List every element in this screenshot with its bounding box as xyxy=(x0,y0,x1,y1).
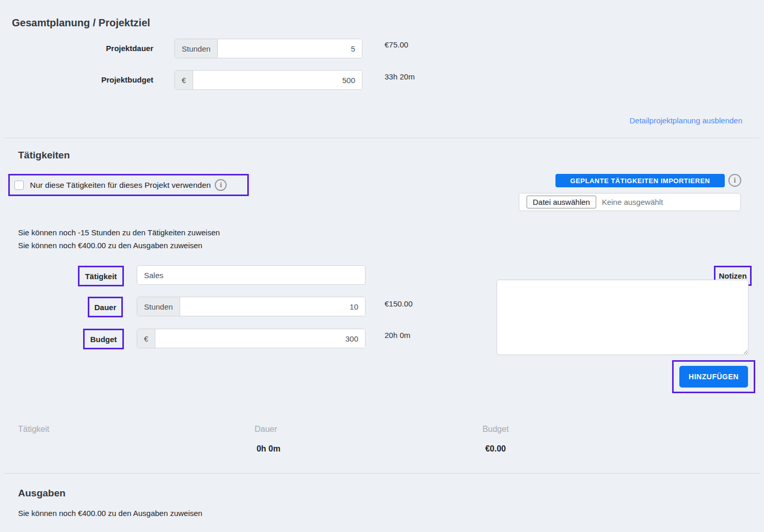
budget-input-group: € xyxy=(137,329,365,348)
table-total-dauer: 0h 0m xyxy=(217,444,320,454)
only-these-activities-label: Nur diese Tätigkeiten für dieses Projekt… xyxy=(30,181,211,190)
taetigkeit-label: Tätigkeit xyxy=(85,272,117,281)
project-planning-page: { "colors": { "background": "#edf0f5", "… xyxy=(0,0,764,532)
projektdauer-computed-value: €75.00 xyxy=(385,40,408,49)
section-divider xyxy=(4,138,760,138)
dauer-label-highlight-box: Dauer xyxy=(88,297,123,317)
table-header-taetigkeit: Tätigkeit xyxy=(18,425,49,434)
budget-computed-value: 20h 0m xyxy=(385,331,410,340)
projektbudget-input[interactable] xyxy=(193,71,362,89)
projektbudget-currency-addon: € xyxy=(175,71,193,89)
info-icon[interactable]: i xyxy=(728,174,741,187)
dauer-unit-addon: Stunden xyxy=(137,297,180,316)
projektdauer-input[interactable] xyxy=(218,39,362,58)
detailprojektplanung-toggle-link[interactable]: Detailprojektplanung ausblenden xyxy=(630,116,743,125)
remaining-budget-message: Sie können noch €400.00 zu den Ausgaben … xyxy=(18,241,202,250)
table-header-dauer: Dauer xyxy=(214,425,317,434)
file-status-text: Keine ausgewählt xyxy=(602,198,663,206)
import-planned-activities-button[interactable]: GEPLANTE TÄTIGKEITEN IMPORTIEREN xyxy=(555,174,725,187)
projektbudget-input-group: € xyxy=(174,70,362,90)
projektbudget-computed-value: 33h 20m xyxy=(385,72,415,81)
projektdauer-input-group: Stunden xyxy=(174,39,362,58)
notizen-label: Notizen xyxy=(719,271,746,280)
taetigkeit-label-highlight-box: Tätigkeit xyxy=(78,266,124,286)
dauer-input[interactable] xyxy=(180,297,365,316)
projektdauer-label: Projektdauer xyxy=(12,44,153,53)
file-choose-button[interactable]: Datei auswählen xyxy=(527,196,596,208)
budget-label-highlight-box: Budget xyxy=(83,329,124,349)
notizen-textarea[interactable] xyxy=(497,280,749,355)
section-title-ausgaben: Ausgaben xyxy=(18,488,66,499)
budget-input[interactable] xyxy=(155,329,365,348)
table-total-budget: €0.00 xyxy=(444,444,547,454)
section-divider xyxy=(4,473,760,474)
info-icon[interactable]: i xyxy=(215,179,227,191)
dauer-computed-value: €150.00 xyxy=(385,299,412,308)
table-header-budget: Budget xyxy=(444,425,547,434)
section-title-gesamtplanung: Gesamtplanung / Projektziel xyxy=(12,17,150,29)
dauer-label: Dauer xyxy=(94,303,117,312)
checkbox-highlight-box: Nur diese Tätigkeiten für dieses Projekt… xyxy=(8,174,249,196)
taetigkeit-name-input[interactable] xyxy=(137,265,365,285)
budget-label: Budget xyxy=(90,335,117,344)
dauer-input-group: Stunden xyxy=(137,297,365,316)
remaining-hours-message: Sie können noch -15 Stunden zu den Tätig… xyxy=(18,228,220,237)
section-title-taetigkeiten: Tätigkeiten xyxy=(18,150,70,161)
hinzufuegen-highlight-box: HINZUFÜGEN xyxy=(672,360,755,393)
hinzufuegen-button[interactable]: HINZUFÜGEN xyxy=(679,366,748,388)
only-these-activities-checkbox[interactable] xyxy=(14,181,24,190)
budget-currency-addon: € xyxy=(137,329,155,348)
projektdauer-unit-addon: Stunden xyxy=(175,39,218,58)
ausgaben-remaining-budget-message: Sie können noch €400.00 zu den Ausgaben … xyxy=(18,509,202,518)
import-file-input: Datei auswählen Keine ausgewählt xyxy=(519,193,741,211)
projektbudget-label: Projektbudget xyxy=(12,75,153,84)
